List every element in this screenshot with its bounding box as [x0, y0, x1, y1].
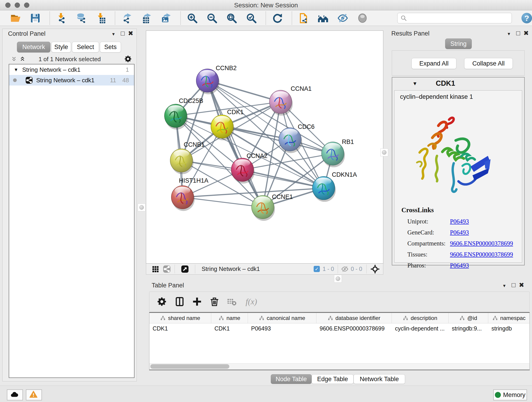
crosslink-link[interactable]: 9606.ENSP00000378699	[450, 240, 513, 247]
network-node-CDKN1A[interactable]: CDKN1A	[312, 171, 357, 202]
network-collection-row[interactable]: ▼ String Network – cdk1 1	[9, 64, 134, 75]
grid-view-icon[interactable]	[151, 265, 159, 273]
save-icon[interactable]	[30, 13, 41, 24]
houses-icon[interactable]	[317, 13, 329, 24]
import-network-icon[interactable]	[56, 13, 67, 24]
network-node-RB1[interactable]: RB1	[322, 138, 354, 167]
node-label-CCNE1: CCNE1	[272, 193, 293, 200]
results-panel-float-icon[interactable]: □	[516, 30, 520, 37]
open-network-file-icon[interactable]	[298, 13, 309, 24]
tab-string[interactable]: String	[445, 38, 472, 49]
network-status-dot	[13, 78, 17, 82]
network-options-gear-icon[interactable]	[124, 55, 132, 63]
column-header-databaseidentifier[interactable]: database identifier	[317, 313, 392, 323]
table-trash-icon[interactable]	[209, 297, 220, 307]
table-cell[interactable]: CDK1	[211, 323, 248, 333]
table-panel-collapse-icon[interactable]: ▼	[502, 282, 506, 289]
column-header-sharedname[interactable]: shared name	[149, 313, 211, 323]
fit-selected-crosshair-icon[interactable]	[370, 264, 380, 274]
table-panel-float-icon[interactable]: □	[512, 282, 515, 288]
table-horizontal-scrollbar[interactable]	[149, 363, 530, 370]
expand-all-button[interactable]: Expand All	[412, 58, 456, 69]
export-image-icon[interactable]	[161, 13, 172, 24]
column-header-description[interactable]: description	[392, 313, 449, 323]
cloud-status-button[interactable]	[7, 389, 23, 400]
section-collapse-icon[interactable]: ▼	[412, 81, 418, 87]
column-header-id[interactable]: @id	[449, 313, 488, 323]
tab-node-table[interactable]: Node Table	[271, 374, 312, 384]
network-row[interactable]: String Network – cdk1 11 48	[9, 75, 134, 85]
function-builder-icon[interactable]: f(x)	[246, 297, 257, 306]
tab-select[interactable]: Select	[72, 42, 99, 52]
table-cell[interactable]: CDK1	[149, 323, 211, 333]
zoom-in-icon[interactable]	[187, 13, 198, 24]
table-gear-icon[interactable]	[157, 297, 167, 307]
table-cell[interactable]: stringdb	[488, 323, 530, 333]
right-splitter-handle[interactable]	[380, 148, 388, 156]
tab-style[interactable]: Style	[51, 42, 71, 52]
tab-network-table[interactable]: Network Table	[354, 374, 405, 384]
table-panel-close-icon[interactable]: ✖	[519, 282, 524, 288]
birdseye-view-icon[interactable]	[181, 265, 189, 273]
column-header-name[interactable]: name	[211, 313, 248, 323]
tab-edge-table[interactable]: Edge Table	[312, 374, 354, 384]
network-node-HIST1H1A[interactable]: HIST1H1A	[171, 177, 209, 211]
network-edge-CCNB2-CCNE1[interactable]	[207, 81, 263, 207]
zoom-fit-icon[interactable]	[226, 13, 237, 24]
selected-nodes-checkbox[interactable]: ✓	[314, 266, 320, 272]
crosslink-link[interactable]: P06493	[450, 218, 469, 225]
network-node-CDC6[interactable]: CDC6	[279, 123, 315, 153]
network-node-CCNB1[interactable]: CCNB1	[170, 141, 205, 174]
crosslink-link[interactable]: P06493	[450, 262, 469, 269]
collapse-all-button[interactable]: Collapse All	[464, 58, 513, 69]
scrollbar-thumb[interactable]	[150, 364, 229, 369]
search-input[interactable]	[397, 13, 512, 23]
memory-button[interactable]: Memory	[493, 389, 527, 400]
crosslink-label: Compartments:	[407, 240, 445, 247]
column-header-canonicalname[interactable]: canonical name	[248, 313, 317, 323]
control-panel-collapse-icon[interactable]: ▼	[111, 31, 115, 38]
table-cell[interactable]: 9606.ENSP00000378699	[317, 323, 392, 333]
network-view-canvas[interactable]: CCNB2CCNA1CDC25BCDK1CDC6RB1CCNB1CCNA2CDK…	[146, 31, 383, 264]
network-node-CDK1[interactable]: CDK1	[211, 109, 244, 140]
refresh-icon[interactable]	[272, 13, 283, 24]
table-cell[interactable]: cyclin-dependent ...	[392, 323, 449, 333]
results-panel-collapse-icon[interactable]: ▼	[507, 31, 511, 37]
control-panel-float-icon[interactable]: □	[121, 30, 125, 37]
network-edge-CCNA2-CDKN1A[interactable]	[242, 170, 323, 188]
cdk1-section-header[interactable]: ▼ CDK1	[392, 77, 524, 90]
tree-expander-icon[interactable]: ▼	[14, 67, 18, 72]
table-columns-icon[interactable]	[175, 297, 185, 307]
tab-sets[interactable]: Sets	[100, 42, 121, 52]
network-node-CCNB2[interactable]: CCNB2	[196, 65, 237, 95]
export-network-icon[interactable]	[121, 13, 132, 24]
tab-network[interactable]: Network	[17, 42, 51, 52]
zoom-selected-icon[interactable]	[246, 13, 257, 24]
table-cell[interactable]: stringdb:9...	[449, 323, 488, 333]
table-table-delete-icon[interactable]	[227, 297, 237, 307]
table-plus-icon[interactable]	[192, 297, 202, 307]
help-icon[interactable]: ?	[521, 13, 532, 23]
cloud-icon	[10, 390, 19, 400]
share-view-icon[interactable]	[163, 265, 171, 273]
eye-slash-icon[interactable]	[337, 13, 348, 24]
import-database-icon[interactable]	[76, 13, 87, 24]
eye-icon[interactable]	[357, 13, 368, 24]
open-folder-icon[interactable]	[10, 13, 21, 24]
left-splitter-handle[interactable]	[138, 204, 146, 211]
string-network-graph[interactable]: CCNB2CCNA1CDC25BCDK1CDC6RB1CCNB1CCNA2CDK…	[146, 31, 383, 263]
crosslink-link[interactable]: 9606.ENSP00000378699	[450, 251, 513, 258]
node-table[interactable]: shared nameCDK1nameCDK1canonical nameP06…	[149, 312, 530, 363]
zoom-out-icon[interactable]	[206, 13, 217, 24]
network-node-CCNE1[interactable]: CCNE1	[252, 193, 293, 221]
results-panel-close-icon[interactable]: ✖	[524, 30, 529, 37]
hidden-eye-slash-icon[interactable]	[341, 265, 348, 273]
column-header-namespac[interactable]: namespac	[488, 313, 530, 323]
import-table-icon[interactable]	[95, 13, 106, 24]
warnings-button[interactable]	[26, 389, 42, 400]
control-panel-close-icon[interactable]: ✖	[128, 30, 133, 37]
export-table-icon[interactable]	[141, 13, 152, 24]
table-cell[interactable]: P06493	[248, 323, 317, 333]
crosslink-link[interactable]: P06493	[450, 229, 469, 236]
node-label-CDC6: CDC6	[298, 123, 315, 130]
